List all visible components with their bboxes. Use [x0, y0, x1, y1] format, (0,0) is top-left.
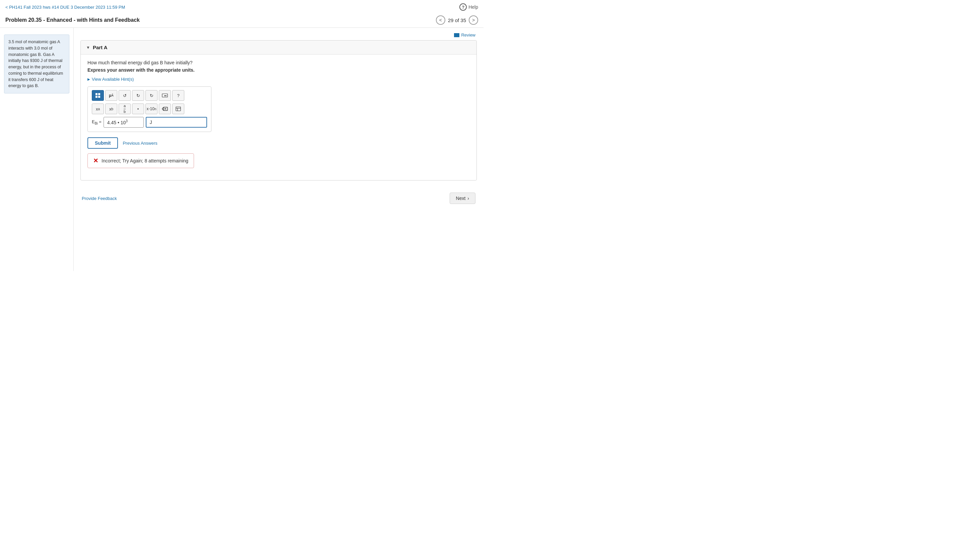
- svg-rect-2: [96, 96, 97, 98]
- hint-arrow-icon: ▶: [87, 77, 90, 81]
- prev-problem-button[interactable]: <: [436, 15, 445, 25]
- bottom-footer: Provide Feedback Next ›: [74, 187, 484, 209]
- top-bar-right: ? Help: [459, 3, 478, 11]
- toolbar-keyboard-btn[interactable]: [159, 90, 171, 101]
- hint-label: View Available Hint(s): [92, 77, 134, 82]
- next-problem-button[interactable]: >: [469, 15, 478, 25]
- toolbar-sci-notation-btn[interactable]: x⋅10n: [145, 104, 157, 114]
- top-bar: < PH141 Fall 2023 hws #14 DUE 3 December…: [0, 0, 484, 13]
- answer-value-text: 4.45 • 103: [107, 120, 128, 125]
- previous-answers-link[interactable]: Previous Answers: [123, 141, 157, 146]
- error-text: Incorrect; Try Again; 8 attempts remaini…: [102, 158, 188, 163]
- answer-label: EBi =: [92, 119, 102, 125]
- next-arrow-icon: ›: [467, 196, 469, 201]
- submit-button[interactable]: Submit: [87, 137, 118, 149]
- part-a-body: How much thermal energy did gas B have i…: [81, 54, 477, 180]
- toolbar-superscript-btn[interactable]: xa: [92, 104, 104, 114]
- problem-context: 3.5 mol of monatomic gas A interacts wit…: [4, 35, 69, 94]
- course-link[interactable]: < PH141 Fall 2023 hws #14 DUE 3 December…: [5, 5, 125, 10]
- toolbar-subscript-btn[interactable]: xb: [105, 104, 117, 114]
- toolbar-undo-btn[interactable]: ↺: [119, 90, 131, 101]
- next-label: Next: [456, 196, 466, 201]
- part-a-section: ▼ Part A How much thermal energy did gas…: [81, 40, 477, 181]
- svg-rect-3: [98, 96, 100, 98]
- toolbar-expand-btn[interactable]: [172, 104, 184, 114]
- review-label: Review: [461, 33, 475, 38]
- part-a-label: Part A: [93, 44, 107, 50]
- svg-rect-14: [176, 107, 181, 111]
- toolbar-backspace-btn[interactable]: [159, 104, 171, 114]
- nav-controls: < 29 of 35 >: [436, 15, 478, 25]
- question-text: How much thermal energy did gas B have i…: [87, 60, 470, 65]
- svg-rect-1: [98, 93, 100, 95]
- question-instruction: Express your answer with the appropriate…: [87, 68, 470, 72]
- part-a-header: ▼ Part A: [81, 41, 477, 54]
- answer-unit-input[interactable]: [146, 117, 207, 128]
- main-layout: 3.5 mol of monatomic gas A interacts wit…: [0, 28, 484, 271]
- toolbar-refresh-btn[interactable]: ↻: [145, 90, 157, 101]
- submit-row: Submit Previous Answers: [87, 137, 470, 149]
- help-button[interactable]: ? Help: [459, 3, 478, 11]
- toolbar-help-btn[interactable]: ?: [172, 90, 184, 101]
- error-x-icon: ✕: [93, 157, 98, 165]
- help-circle-icon: ?: [459, 3, 467, 11]
- math-toolbar-row1: μÂ ↺ ↻ ↻: [92, 90, 207, 101]
- next-button[interactable]: Next ›: [450, 193, 475, 204]
- top-bar-left: < PH141 Fall 2023 hws #14 DUE 3 December…: [5, 4, 125, 10]
- provide-feedback-link[interactable]: Provide Feedback: [82, 196, 117, 201]
- content-area: Review ▼ Part A How much thermal energy …: [74, 28, 484, 271]
- review-icon: [454, 33, 459, 37]
- math-toolbar-row2: xa xb ab • x⋅10n: [92, 104, 207, 114]
- toolbar-dot-btn[interactable]: •: [132, 104, 144, 114]
- toolbar-mu-btn[interactable]: μÂ: [105, 90, 117, 101]
- problem-title-bar: Problem 20.35 - Enhanced - with Hints an…: [0, 13, 484, 28]
- help-label: Help: [469, 4, 478, 10]
- math-input-container: μÂ ↺ ↻ ↻: [87, 86, 211, 132]
- review-area: Review: [74, 28, 484, 40]
- part-a-toggle-icon[interactable]: ▼: [86, 45, 90, 50]
- sidebar: 3.5 mol of monatomic gas A interacts wit…: [0, 28, 74, 271]
- svg-rect-0: [96, 93, 97, 95]
- review-link[interactable]: Review: [454, 33, 475, 38]
- error-box: ✕ Incorrect; Try Again; 8 attempts remai…: [87, 153, 194, 168]
- page-count: 29 of 35: [448, 17, 466, 23]
- toolbar-fraction-btn[interactable]: ab: [119, 104, 131, 114]
- hint-link[interactable]: ▶ View Available Hint(s): [87, 77, 470, 82]
- problem-title: Problem 20.35 - Enhanced - with Hints an…: [5, 17, 140, 23]
- toolbar-redo-btn[interactable]: ↻: [132, 90, 144, 101]
- answer-row: EBi = 4.45 • 103: [92, 117, 207, 128]
- answer-value-display: 4.45 • 103: [104, 117, 144, 128]
- toolbar-grid-btn[interactable]: [92, 90, 104, 101]
